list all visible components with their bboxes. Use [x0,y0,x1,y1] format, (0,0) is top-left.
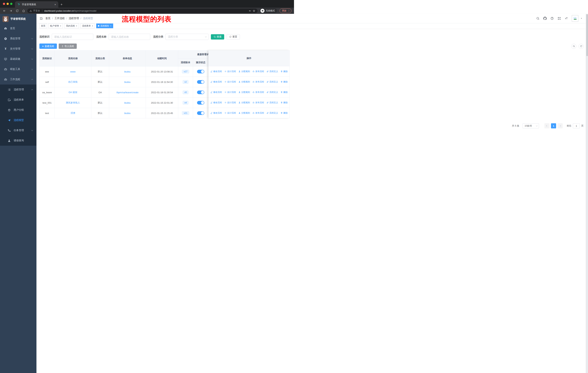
back-icon[interactable] [3,9,6,12]
reload-icon[interactable] [16,9,19,12]
process-name-link[interactable]: eeee [70,70,76,73]
breadcrumb-process-management[interactable]: 流程管理 [69,17,79,20]
process-name-link[interactable]: 滔博 [71,112,75,114]
sidebar-item-leave-query[interactable]: 请假查询 [0,135,36,146]
form-info-link[interactable]: biubiu [124,101,131,104]
divider [42,10,42,12]
bookmark-star-icon[interactable] [253,10,255,12]
security-label: 不安全 [33,9,40,12]
active-toggle[interactable] [197,111,204,115]
action-design-process[interactable]: 设计流程 [224,111,236,115]
process-id-input[interactable] [52,34,93,40]
action-delete[interactable]: 删除 [281,111,288,115]
active-dot [98,25,99,27]
process-name-input[interactable] [109,34,150,40]
tag-close-icon[interactable]: × [110,25,111,27]
create-process-button[interactable]: + 新建流程 [39,43,57,49]
window-minimize-button[interactable] [7,3,9,5]
search-button[interactable]: 搜索 [211,34,224,40]
sidebar-item-home[interactable]: 首页 [0,23,36,33]
action-assign-rule[interactable]: 分配规则 [238,101,250,104]
action-design-process[interactable]: 设计流程 [224,80,236,83]
sidebar-item-task-management[interactable]: 任务管理 [0,125,36,135]
breadcrumb-current: 流程模型 [83,17,93,20]
update-button[interactable]: 更新 [280,8,292,13]
new-tab-button[interactable]: + [61,2,63,7]
sidebar-item-process-model[interactable]: 流程模型 [0,115,36,125]
sidebar-item-process-form[interactable]: 流程表单 [0,95,36,105]
sidebar-item-payment[interactable]: ¥ 支付管理 [0,44,36,54]
tag-process-form[interactable]: 流程表单 × [80,23,95,28]
window-close-button[interactable] [3,3,5,5]
action-edit-process[interactable]: 修改流程 [210,111,222,115]
action-edit-process[interactable]: 修改流程 [210,80,222,83]
reset-button[interactable]: 重置 [227,34,240,40]
action-assign-rule[interactable]: 分配规则 [238,80,250,83]
tab-close-icon[interactable]: × [54,3,56,6]
home-icon[interactable] [22,9,25,12]
action-process-definition[interactable]: 流程定义 [266,70,278,73]
action-delete[interactable]: 删除 [281,101,288,104]
action-publish-process[interactable]: 发布流程 [252,91,264,94]
action-assign-rule[interactable]: 分配规则 [238,91,250,94]
breadcrumb-workflow[interactable]: 工作流程 [54,17,65,20]
sidebar-item-user-group[interactable]: 用户分组 [0,105,36,115]
form-info-link[interactable]: biubiu [124,81,131,83]
action-edit-process[interactable]: 修改流程 [210,101,222,104]
action-delete[interactable]: 删除 [281,80,288,83]
breadcrumb: 首页 / 工作流程 / 流程管理 / 流程模型 [45,17,93,20]
action-design-process[interactable]: 设计流程 [224,101,236,104]
form-info-link[interactable]: /bpm/oa/leave/create [116,91,138,94]
action-publish-process[interactable]: 发布流程 [252,111,264,115]
version-badge: v2 [183,80,189,84]
process-id-label: 流程标识 [39,35,50,39]
tag-my-process[interactable]: 我的流程 × [64,23,79,28]
process-category-select[interactable]: 流程分类 [166,34,209,40]
action-assign-rule[interactable]: 分配规则 [238,70,250,73]
process-name-link[interactable]: 测试多审批人 [66,101,80,104]
window-zoom-button[interactable] [10,3,12,5]
password-key-icon[interactable] [249,10,251,12]
active-toggle[interactable] [197,70,204,73]
action-publish-process[interactable]: 发布流程 [252,80,264,83]
form-info-link[interactable]: biubiu [124,70,131,73]
sidebar-item-devtools[interactable]: 研发工具 [0,64,36,74]
forward-icon[interactable] [9,9,12,12]
tag-close-icon[interactable]: × [92,25,93,27]
tag-close-icon[interactable]: × [60,25,61,27]
action-process-definition[interactable]: 流程定义 [266,101,278,104]
sidebar-collapse-icon[interactable] [39,17,43,20]
active-toggle[interactable] [197,80,204,84]
action-edit-process[interactable]: 修改流程 [210,91,222,94]
url-bar[interactable]: 不安全 dashboard.yudao.iocoder.cn/bpm/manag… [27,9,258,13]
action-design-process[interactable]: 设计流程 [224,70,236,73]
tag-tenant[interactable]: 租户管理 × [49,23,63,28]
site-favicon-icon [18,3,20,6]
sidebar-item-workflow[interactable]: 工作流程 [0,74,36,84]
sidebar-item-infrastructure[interactable]: 基础设施 [0,54,36,64]
action-edit-process[interactable]: 修改流程 [210,70,222,73]
import-process-button[interactable]: 导入流程 [59,43,77,49]
active-toggle[interactable] [197,101,204,105]
action-process-definition[interactable]: 流程定义 [266,91,278,94]
action-publish-process[interactable]: 发布流程 [252,70,264,73]
action-assign-rule[interactable]: 分配规则 [238,111,250,115]
action-delete[interactable]: 删除 [281,70,288,73]
tag-close-icon[interactable]: × [76,25,77,27]
action-publish-process[interactable]: 发布流程 [252,101,264,104]
sidebar-item-process-management[interactable]: 流程管理 [0,84,36,95]
process-name-link[interactable]: OA 请假 [69,91,77,94]
active-toggle[interactable] [197,91,204,94]
action-process-definition[interactable]: 流程定义 [266,80,278,83]
form-info-link[interactable]: biubiu [124,112,131,115]
action-delete[interactable]: 删除 [281,91,288,94]
action-design-process[interactable]: 设计流程 [224,91,236,94]
tag-process-model[interactable]: 流程模型 × [96,23,113,28]
browser-tab[interactable]: 芋道管理系统 × [15,1,58,8]
menu-kebab-icon[interactable] [288,10,290,12]
action-process-definition[interactable]: 流程定义 [266,111,278,115]
sidebar-item-system[interactable]: 系统管理 [0,33,36,44]
tag-home[interactable]: 首页 × [39,23,47,28]
process-name-link[interactable]: 自己审批 [68,81,78,83]
breadcrumb-home[interactable]: 首页 [45,17,51,20]
